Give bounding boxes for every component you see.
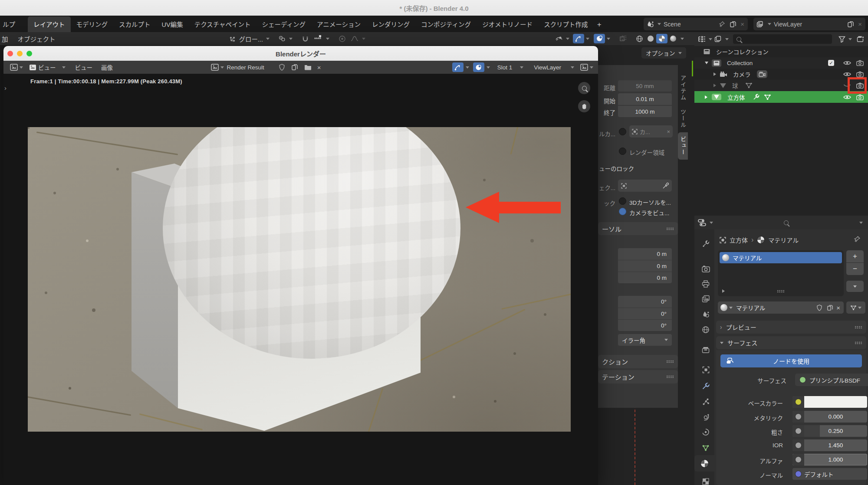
workspace-tab-compositing[interactable]: コンポジティング — [415, 16, 477, 32]
expand-icon[interactable] — [705, 62, 708, 64]
proportional-icon[interactable] — [339, 35, 346, 43]
shading-solid-icon[interactable] — [645, 34, 656, 43]
xray-toggle-icon[interactable] — [619, 35, 627, 43]
new-image-icon[interactable] — [288, 64, 301, 71]
remove-viewlayer-icon[interactable]: × — [858, 20, 862, 28]
roughness-slider[interactable]: 0.250 — [792, 425, 867, 437]
magnet-icon[interactable] — [302, 35, 309, 43]
outliner-row-sphere[interactable]: 球 — [694, 80, 868, 91]
focal-length-field[interactable]: 50 mm — [618, 80, 672, 92]
annotations-panel-header[interactable]: テーション — [598, 370, 678, 383]
tab-collection[interactable] — [697, 343, 714, 356]
tab-particles[interactable] — [697, 395, 714, 408]
rotation-mode-dropdown[interactable]: イラー角 — [618, 334, 672, 346]
surface-shader-field[interactable]: プリンシプルBSDF — [795, 374, 868, 386]
options-dropdown[interactable]: オプション — [641, 47, 686, 59]
breadcrumb-object[interactable]: 立方体 — [730, 236, 748, 244]
local-camera-field[interactable]: カ...× — [629, 125, 673, 138]
viewlayer-selector[interactable]: ViewLayer × — [753, 18, 865, 30]
outliner-row-scene-collection[interactable]: シーンコレクション — [694, 46, 868, 57]
workspace-tab-layout[interactable]: レイアウト — [28, 16, 71, 32]
render-window-titlebar[interactable]: Blenderレンダー — [3, 46, 598, 61]
preview-panel-header[interactable]: ›プレビュー — [716, 321, 866, 334]
sidebar-tab-item[interactable]: アイテム — [678, 71, 688, 105]
close-image-icon[interactable]: × — [317, 64, 321, 71]
snap-increment-icon[interactable] — [313, 35, 323, 43]
camera-to-view-checkbox[interactable] — [619, 208, 626, 215]
workspace-tab-shading[interactable]: シェーディング — [256, 16, 311, 32]
clip-end-field[interactable]: 1000 m — [618, 105, 672, 117]
orientation-dropdown[interactable]: グロー... — [239, 34, 263, 43]
workspace-tab-uv[interactable]: UV編集 — [156, 16, 189, 32]
use-nodes-button[interactable]: ノードを使用 — [720, 354, 862, 367]
workspace-tab-sculpt[interactable]: スカルプト — [113, 16, 156, 32]
shield-icon[interactable] — [276, 64, 288, 71]
breadcrumb-data[interactable]: マテリアル — [768, 236, 799, 244]
expand-icon[interactable] — [705, 95, 707, 99]
eye-icon[interactable] — [843, 72, 851, 77]
hand-icon[interactable] — [578, 100, 590, 112]
workspace-tab-geonodes[interactable]: ジオメトリノード — [477, 16, 538, 32]
filter-image-icon[interactable] — [714, 36, 722, 43]
fake-user-shield-icon[interactable] — [816, 305, 822, 311]
alpha-slider[interactable]: 1.000 — [792, 454, 867, 465]
tab-texture[interactable] — [697, 475, 714, 485]
material-slot-list[interactable]: マテリアル — [718, 250, 844, 296]
expand-icon[interactable] — [713, 72, 716, 76]
overlays-toggle-icon[interactable] — [594, 34, 605, 43]
render-pass-dropdown[interactable] — [577, 64, 596, 71]
object-menu[interactable]: オブジェクト — [18, 34, 56, 43]
add-menu-fragment[interactable]: 加 — [2, 34, 8, 43]
material-name-field[interactable]: マテリアル — [736, 303, 765, 312]
tab-output[interactable] — [697, 277, 714, 290]
expand-icon[interactable] — [713, 84, 716, 87]
falloff-icon[interactable] — [350, 35, 359, 42]
tab-world[interactable] — [697, 323, 714, 336]
panel-grip-icon[interactable] — [666, 360, 674, 363]
show-gizmo-icon[interactable] — [555, 35, 563, 43]
collection-checkbox[interactable]: ✓ — [828, 60, 834, 66]
shading-rendered-icon[interactable] — [667, 34, 679, 43]
slot-list-grip[interactable] — [777, 290, 785, 293]
local-camera-checkbox[interactable] — [619, 128, 626, 135]
tab-tool[interactable] — [697, 237, 714, 250]
pin-icon[interactable] — [719, 21, 725, 27]
overlay-sphere-icon[interactable] — [473, 62, 484, 72]
sidebar-tab-tool[interactable]: ツール — [678, 105, 688, 132]
add-workspace-button[interactable]: + — [594, 19, 605, 32]
slot-dropdown[interactable]: Slot 1 — [494, 64, 527, 71]
slot-list-expand-icon[interactable] — [722, 289, 725, 293]
workspace-tab-rendering[interactable]: レンダリング — [366, 16, 415, 32]
unlink-material-icon[interactable]: × — [836, 304, 840, 311]
scene-selector[interactable]: Scene × — [644, 18, 748, 30]
cursor-rot-y[interactable]: 0° — [618, 308, 672, 319]
metallic-slider[interactable]: 0.000 — [792, 411, 867, 423]
cursor-loc-y[interactable]: 0 m — [618, 260, 672, 272]
cursor-rot-z[interactable]: 0° — [618, 319, 672, 331]
new-material-icon[interactable] — [827, 305, 833, 311]
tab-render[interactable] — [697, 262, 714, 275]
panel-grip-icon[interactable] — [855, 326, 862, 329]
pin-icon[interactable] — [854, 236, 861, 242]
display-mode-icon[interactable] — [698, 36, 706, 43]
eye-icon[interactable] — [843, 95, 851, 100]
render-camera-icon[interactable] — [856, 71, 864, 77]
view-menu[interactable]: ビュー — [72, 63, 96, 72]
render-camera-icon[interactable] — [856, 60, 864, 66]
outliner-row-camera[interactable]: カメラ — [694, 69, 868, 80]
surface-panel-header[interactable]: サーフェス — [716, 336, 866, 349]
tab-modifiers[interactable] — [697, 380, 714, 393]
tab-viewlayer[interactable] — [697, 292, 714, 305]
unlink-scene-icon[interactable]: × — [740, 20, 744, 28]
collections-panel-header[interactable]: クション — [598, 355, 678, 368]
slot-specials-button[interactable] — [846, 281, 864, 292]
ior-slider[interactable]: 1.450 — [792, 439, 867, 451]
lock-3d-cursor-checkbox[interactable] — [619, 197, 626, 205]
render-viewlayer-dropdown[interactable]: ViewLayer — [531, 64, 577, 71]
browse-material-icon[interactable] — [729, 307, 733, 309]
shading-material-icon[interactable] — [656, 34, 667, 43]
new-collection-icon[interactable] — [857, 36, 865, 43]
view-lock-header[interactable]: ューのロック — [599, 164, 634, 173]
tab-material-active[interactable] — [694, 455, 714, 472]
outliner-row-collection[interactable]: Collection ✓ — [694, 57, 868, 69]
